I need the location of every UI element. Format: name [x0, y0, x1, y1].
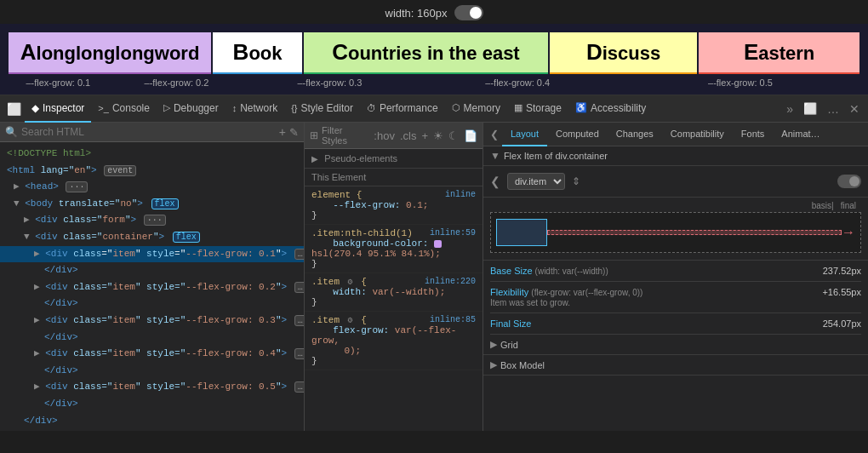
filter-icon: ⊞ — [310, 129, 318, 141]
flex-section-arrow[interactable]: ▼ — [490, 150, 500, 162]
flexibility-note: Item was set to grow. — [490, 298, 570, 307]
html-line-item4-close[interactable]: </div> — [0, 363, 304, 380]
final-size-label: Final Size — [490, 318, 550, 329]
html-line-doctype[interactable]: <!DOCTYPE html> — [0, 146, 304, 163]
tab-inspector[interactable]: ◆ Inspector — [25, 95, 91, 123]
pseudo-elements-label: Pseudo-elements — [324, 153, 397, 163]
html-line-html[interactable]: <html lang="en"> event — [0, 163, 304, 180]
sun-icon[interactable]: ☀ — [433, 129, 443, 142]
subtab-layout[interactable]: Layout — [502, 123, 547, 146]
html-line-item3-close[interactable]: </div> — [0, 330, 304, 347]
debugger-icon: ▷ — [163, 102, 170, 113]
flex-item-selector[interactable]: div.item — [507, 173, 565, 190]
subtab-computed[interactable]: Computed — [547, 123, 608, 146]
tab-style-editor[interactable]: {} Style Editor — [284, 95, 360, 123]
hover-pseudo-button[interactable]: :hov — [374, 129, 395, 142]
tab-debugger[interactable]: ▷ Debugger — [157, 95, 226, 123]
tab-console[interactable]: >_ Console — [91, 95, 157, 123]
css-selector-element: element { — [311, 190, 362, 200]
accessibility-icon: ♿ — [575, 102, 587, 113]
tab-network[interactable]: ↕ Network — [226, 95, 285, 123]
grid-section-header[interactable]: ▶ Grid — [483, 335, 868, 355]
html-line-container[interactable]: ▼ <div class="container"> flex — [0, 229, 304, 246]
flex-inner-item — [496, 219, 547, 246]
page-icon[interactable]: 📄 — [464, 129, 477, 142]
html-line-item2[interactable]: ▶ <div class="item" style="--flex-grow: … — [0, 279, 304, 296]
html-line-item3[interactable]: ▶ <div class="item" style="--flex-grow: … — [0, 313, 304, 330]
flex-diagram-labels: basis| final — [490, 201, 861, 212]
html-line-item2-close[interactable]: </div> — [0, 295, 304, 313]
plus-button[interactable]: + — [421, 129, 428, 142]
pick-element-button[interactable]: ✎ — [289, 126, 299, 139]
html-line-code[interactable]: ▶ <div class="code" style="display: none… — [0, 429, 304, 431]
final-label: final — [841, 201, 856, 210]
dock-button[interactable]: ⬜ — [798, 102, 822, 115]
subtab-animations[interactable]: Animat… — [773, 123, 828, 146]
html-search-input[interactable] — [21, 126, 276, 138]
css-selector-item-gear1: .item — [311, 277, 340, 287]
css-source-inline: inline — [445, 190, 476, 199]
css-prop-flex-grow-custom: --flex-grow: 0.1; — [311, 200, 428, 210]
this-element-label: This Element — [305, 169, 483, 186]
search-icon: 🔍 — [5, 126, 18, 138]
css-close-brace: } — [311, 210, 317, 221]
inspector-icon: ◆ — [31, 102, 39, 114]
html-line-item1-close[interactable]: </div> — [0, 262, 304, 279]
flex-label-4: –-flex-grow: 0.4 — [416, 76, 620, 89]
html-line-body[interactable]: ▼ <body translate="no"> flex — [0, 196, 304, 213]
tab-performance[interactable]: ⏱ Performance — [360, 95, 445, 123]
overflow-menu-button[interactable]: … — [822, 102, 844, 116]
pseudo-elements[interactable]: ▶ Pseudo-elements — [305, 149, 483, 169]
subtab-fonts[interactable]: Fonts — [733, 123, 774, 146]
add-node-button[interactable]: + — [279, 125, 286, 139]
flex-outer-box: → — [490, 212, 861, 253]
flexibility-value: +16.55px — [822, 287, 861, 297]
tab-memory[interactable]: ⬡ Memory — [445, 95, 507, 123]
flexibility-sub: (flex-grow: var(--flex-grow, 0)) — [531, 288, 642, 297]
box-model-label: Box Model — [500, 360, 545, 370]
css-rule-item-flexgrow: .item ⚙ { inline:85 flex-grow: var(--fle… — [305, 312, 483, 370]
css-prop-bg-color: background-color: hsl(270.4 95.1% 84.1%)… — [311, 238, 443, 259]
final-size-value: 254.07px — [823, 318, 861, 329]
storage-icon: ▦ — [514, 102, 523, 113]
flex-viz-row: ❮ div.item ⇕ — [483, 166, 868, 198]
html-line-item5-close[interactable]: </div> — [0, 396, 304, 413]
css-close-brace2: } — [311, 259, 317, 269]
html-line-item4[interactable]: ▶ <div class="item" style="--flex-grow: … — [0, 346, 304, 363]
html-line-item5[interactable]: ▶ <div class="item" style="--flex-grow: … — [0, 379, 304, 396]
width-toggle[interactable] — [454, 5, 483, 20]
flex-label-3: –-flex-grow: 0.3 — [245, 76, 414, 89]
subtab-compatibility[interactable]: Compatibility — [662, 123, 733, 146]
css-selector-item-gear2: .item — [311, 315, 340, 325]
flex-growth-bar — [547, 230, 842, 235]
layout-subtabs: ❮ Layout Computed Changes Compatibility … — [483, 123, 868, 146]
box-model-section-header[interactable]: ▶ Box Model — [483, 355, 868, 376]
css-close-brace4: } — [311, 356, 317, 366]
html-line-form[interactable]: ▶ <div class="form"> ··· — [0, 212, 304, 229]
flex-overlay-toggle[interactable] — [837, 175, 861, 188]
html-line-container-close[interactable]: </div> — [0, 413, 304, 430]
flex-prev-button[interactable]: ❮ — [490, 175, 500, 188]
subtab-changes[interactable]: Changes — [608, 123, 662, 146]
flex-item-3: Countries in the east — [304, 32, 548, 74]
moon-icon[interactable]: ☾ — [448, 129, 459, 142]
flex-item-header: ▼ Flex Item of div.container — [483, 146, 868, 166]
css-rule-nth-child: .item:nth-child(1) inline:59 background-… — [305, 225, 483, 273]
cls-button[interactable]: .cls — [400, 129, 417, 142]
layout-panel: ❮ Layout Computed Changes Compatibility … — [483, 123, 868, 431]
flex-arrow-icon: → — [842, 225, 855, 240]
html-line-head[interactable]: ▶ <head> ··· — [0, 179, 304, 196]
width-label: width: 160px — [385, 7, 448, 20]
layout-back-button[interactable]: ❮ — [487, 129, 502, 140]
flex-box-diagram: → — [490, 212, 861, 253]
screenshot-icon[interactable]: ⬜ — [3, 102, 25, 116]
flex-label-2: –-flex-grow: 0.2 — [110, 76, 244, 89]
more-tabs-button[interactable]: » — [781, 102, 798, 116]
close-devtools-button[interactable]: ✕ — [844, 102, 865, 116]
tab-storage[interactable]: ▦ Storage — [507, 95, 568, 123]
flexibility-row: Flexibility (flex-grow: var(--flex-grow,… — [490, 282, 861, 313]
html-line-item1[interactable]: ▶ <div class="item" style="--flex-grow: … — [0, 246, 304, 263]
tab-accessibility[interactable]: ♿ Accessibility — [568, 95, 653, 123]
layout-info-rows: Base Size (width: var(--width)) 237.52px… — [483, 261, 868, 335]
grid-label: Grid — [500, 340, 518, 350]
